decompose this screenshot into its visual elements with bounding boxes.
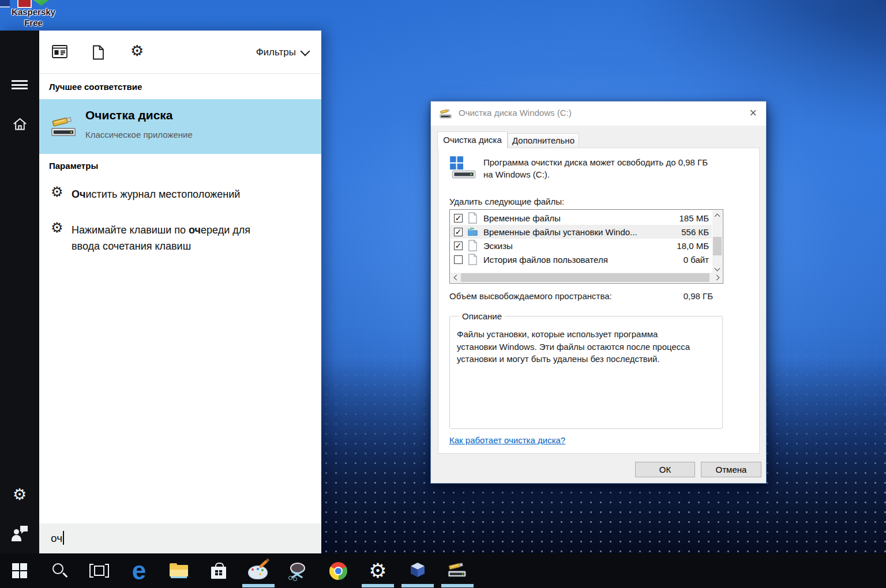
edge-icon: e xyxy=(132,560,146,582)
snipping-tool-icon xyxy=(288,562,308,579)
taskbar-snipping-tool-button[interactable] xyxy=(284,553,312,588)
search-input[interactable]: оч xyxy=(39,523,321,553)
file-icon xyxy=(468,212,479,224)
folder-icon xyxy=(468,226,479,238)
cancel-button[interactable]: Отмена xyxy=(701,462,761,477)
file-row[interactable]: История файлов пользователя0 байт xyxy=(450,252,712,266)
horizontal-scrollbar[interactable] xyxy=(450,273,722,282)
settings-result-text: Нажимайте клавиши по очереди для ввода с… xyxy=(72,222,310,254)
disk-cleanup-icon xyxy=(439,107,453,120)
tab-more-options[interactable]: Дополнительно xyxy=(508,133,579,148)
best-match-header: Лучшее соответствие xyxy=(49,82,142,92)
scroll-up-button[interactable] xyxy=(712,210,722,220)
vertical-scroll-thumb[interactable] xyxy=(713,237,722,255)
taskbar-paint-button[interactable] xyxy=(245,553,272,588)
task-view-icon xyxy=(89,564,109,578)
tab-disk-cleanup[interactable]: Очистка диска xyxy=(437,131,508,148)
settings-results-list: ⚙Очистить журнал местоположений⚙Нажимайт… xyxy=(39,179,321,267)
file-row[interactable]: ✓Временные файлы установки Windo...556 К… xyxy=(450,225,712,239)
running-indicator xyxy=(401,584,434,587)
start-search-flyout: ⚙ ⚙ Фильтры xyxy=(0,31,321,553)
settings-result-text: Очистить журнал местоположений xyxy=(72,186,310,202)
taskbar-edge-button[interactable]: e xyxy=(125,553,153,588)
taskbar-virtualbox-button[interactable] xyxy=(404,553,431,588)
taskbar-start-button[interactable] xyxy=(6,553,33,588)
files-list-label: Удалить следующие файлы: xyxy=(449,197,564,206)
feedback-button[interactable] xyxy=(0,519,39,547)
home-button[interactable] xyxy=(0,110,39,138)
space-gained-value: 0,98 ГБ xyxy=(684,291,713,301)
file-category-size: 556 КБ xyxy=(667,227,712,237)
file-icon xyxy=(468,240,479,251)
running-indicator xyxy=(242,584,275,587)
feedback-icon xyxy=(11,525,28,541)
desktop-icon-fragment xyxy=(0,0,10,7)
text-caret xyxy=(63,531,64,545)
file-row[interactable]: ✓Эскизы18,0 МБ xyxy=(450,239,712,252)
settings-result-item[interactable]: ⚙Нажимайте клавиши по очереди для ввода … xyxy=(39,215,321,260)
taskbar-task-view-button[interactable] xyxy=(85,553,113,588)
running-indicator xyxy=(441,584,474,587)
menu-button[interactable] xyxy=(0,71,39,99)
start-icon xyxy=(12,563,27,578)
checkbox-checked[interactable]: ✓ xyxy=(454,214,463,223)
checkbox-checked[interactable]: ✓ xyxy=(454,242,463,250)
space-gained-label: Объем высвобождаемого пространства: xyxy=(449,291,612,301)
filters-dropdown[interactable]: Фильтры xyxy=(256,47,309,58)
description-groupbox: Описание Файлы установки, которые исполь… xyxy=(449,311,723,429)
running-indicator xyxy=(362,584,394,587)
settings-result-item[interactable]: ⚙Очистить журнал местоположений xyxy=(39,179,321,208)
checkbox-checked[interactable]: ✓ xyxy=(454,228,463,236)
gear-icon: ⚙ xyxy=(51,221,63,235)
desktop-icon-label: Kaspersky Free xyxy=(3,6,63,28)
windows-drive-icon xyxy=(448,155,478,182)
scroll-right-button[interactable] xyxy=(712,273,722,282)
files-rows: ✓Временные файлы185 МБ✓Временные файлы у… xyxy=(450,211,712,272)
file-category-size: 18,0 МБ xyxy=(667,241,712,251)
description-legend: Описание xyxy=(459,311,505,321)
tab-page: Программа очистки диска может освободить… xyxy=(438,148,760,454)
settings-gear-icon: ⚙ xyxy=(13,487,27,502)
taskbar-file-explorer-button[interactable] xyxy=(165,553,193,588)
ok-button[interactable]: ОК xyxy=(635,462,695,477)
taskbar-store-button[interactable] xyxy=(205,553,232,588)
documents-filter-icon[interactable] xyxy=(92,45,104,60)
file-category-name: Временные файлы xyxy=(483,213,667,223)
description-text: Файлы установки, которые использует прог… xyxy=(457,328,715,365)
taskbar-settings-button[interactable]: ⚙ xyxy=(364,553,392,588)
virtualbox-icon xyxy=(409,562,426,579)
best-match-result[interactable]: Очистка диска Классическое приложение xyxy=(39,99,321,154)
checkbox-unchecked[interactable] xyxy=(454,255,463,264)
file-category-name: Эскизы xyxy=(483,241,667,251)
file-explorer-icon xyxy=(170,563,188,579)
result-subtitle: Классическое приложение xyxy=(85,130,193,140)
taskbar-disk-cleanup-button[interactable] xyxy=(444,553,471,588)
home-icon xyxy=(12,116,28,132)
taskbar-search-button[interactable] xyxy=(46,553,73,588)
settings-filter-icon[interactable]: ⚙ xyxy=(130,43,144,58)
flyout-header: ⚙ Фильтры xyxy=(39,31,321,74)
horizontal-scroll-thumb[interactable] xyxy=(461,273,709,282)
rail-settings-button[interactable]: ⚙ xyxy=(0,480,39,508)
taskbar-chrome-button[interactable] xyxy=(324,553,352,588)
gear-icon: ⚙ xyxy=(51,185,63,199)
settings-section-header: Параметры xyxy=(49,161,98,171)
scroll-left-button[interactable] xyxy=(450,273,460,282)
filters-label: Фильтры xyxy=(256,47,296,58)
file-row[interactable]: ✓Временные файлы185 МБ xyxy=(450,211,712,225)
flyout-rail: ⚙ xyxy=(0,31,39,553)
help-link[interactable]: Как работает очистка диска? xyxy=(449,435,565,445)
close-button[interactable]: × xyxy=(749,105,757,120)
dialog-titlebar[interactable]: Очистка диска Windows (C:) × xyxy=(431,101,766,126)
hamburger-menu-icon xyxy=(12,78,28,92)
taskbar: e⚙ xyxy=(0,553,886,588)
disk-cleanup-icon xyxy=(448,560,467,582)
file-category-name: Временные файлы установки Windo... xyxy=(483,227,667,237)
vertical-scrollbar[interactable] xyxy=(712,210,722,274)
search-icon xyxy=(51,562,68,579)
files-listbox: ✓Временные файлы185 МБ✓Временные файлы у… xyxy=(449,209,723,284)
summary-text: Программа очистки диска может освободить… xyxy=(483,156,754,180)
apps-filter-icon[interactable] xyxy=(52,45,67,58)
kaspersky-shield-icon xyxy=(33,0,49,6)
desktop-icon-kaspersky[interactable]: Kaspersky Free xyxy=(3,0,63,33)
